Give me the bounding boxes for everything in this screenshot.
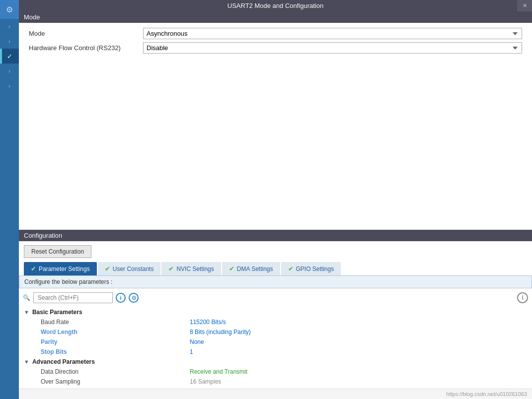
group-toggle-basic[interactable]: ▼ — [24, 309, 29, 315]
group-label-basic: Basic Parameters — [32, 309, 82, 316]
param-name-stop-bits: Stop Bits — [41, 348, 190, 355]
sidebar-item-5[interactable]: › — [0, 78, 19, 93]
tab-label-2: User Constants — [113, 266, 154, 272]
group-advanced-parameters: ▼ Advanced Parameters — [19, 357, 532, 367]
tab-check-2: ✔ — [105, 265, 110, 272]
config-section-header: Configuration — [19, 230, 532, 241]
group-toggle-advanced[interactable]: ▼ — [24, 359, 29, 365]
param-name-baud-rate: Baud Rate — [41, 319, 190, 326]
info-circle-right[interactable]: ⊙ — [129, 293, 139, 303]
search-bar: 🔍 i ⊙ i — [19, 290, 532, 305]
close-button[interactable]: ✕ — [517, 0, 532, 11]
sidebar-item-3[interactable]: ✓ — [0, 49, 19, 64]
tab-gpio-settings[interactable]: ✔ GPIO Settings — [281, 262, 341, 275]
tab-label-3: NVIC Settings — [176, 266, 214, 272]
info-button[interactable]: i — [517, 292, 528, 303]
tab-label-4: DMA Settings — [237, 266, 273, 272]
tab-label-1: Parameter Settings — [39, 266, 90, 272]
tab-parameter-settings[interactable]: ✔ Parameter Settings — [24, 262, 97, 275]
param-word-length: Word Length 8 Bits (including Parity) — [19, 327, 532, 337]
gear-icon[interactable]: ⚙ — [0, 0, 19, 19]
sidebar-item-1[interactable]: › — [0, 19, 19, 34]
mode-section-header: Mode — [19, 11, 532, 23]
mode-label: Mode — [29, 30, 143, 37]
arrow-icon-4: › — [8, 68, 10, 74]
main-content: USART2 Mode and Configuration ✕ Mode Mod… — [19, 0, 532, 399]
tab-check-4: ✔ — [229, 265, 234, 272]
sidebar-item-2[interactable]: › — [0, 34, 19, 49]
tab-label-5: GPIO Settings — [296, 266, 334, 272]
arrow-icon-2: › — [8, 38, 10, 44]
title-bar: USART2 Mode and Configuration ✕ — [19, 0, 532, 11]
hw-flow-row: Hardware Flow Control (RS232) Disable — [29, 42, 522, 54]
param-value-over-sampling: 16 Samples — [190, 378, 221, 385]
active-bar — [0, 49, 2, 64]
group-basic-parameters: ▼ Basic Parameters — [19, 307, 532, 317]
tab-nvic-settings[interactable]: ✔ NVIC Settings — [161, 262, 221, 275]
param-name-word-length: Word Length — [41, 329, 190, 335]
sidebar: ⚙ › › ✓ › › — [0, 0, 19, 399]
param-baud-rate: Baud Rate 115200 Bits/s — [19, 317, 532, 327]
param-value-data-direction: Receive and Transmit — [190, 368, 247, 375]
param-value-parity: None — [190, 338, 204, 345]
tab-bar: ✔ Parameter Settings ✔ User Constants ✔ … — [19, 262, 532, 275]
info-circle-left[interactable]: i — [116, 293, 126, 303]
param-value-stop-bits: 1 — [190, 348, 193, 355]
mode-spacer — [19, 62, 532, 230]
param-stop-bits: Stop Bits 1 — [19, 347, 532, 357]
sidebar-item-4[interactable]: › — [0, 64, 19, 78]
tab-check-1: ✔ — [31, 265, 36, 272]
mode-row: Mode Asynchronous — [29, 28, 522, 39]
reset-config-button[interactable]: Reset Configuration — [24, 245, 91, 258]
param-name-over-sampling: Over Sampling — [41, 378, 190, 385]
check-icon: ✓ — [7, 53, 12, 60]
tab-check-5: ✔ — [288, 265, 294, 272]
arrow-icon-1: › — [8, 23, 10, 29]
bottom-bar: https://blog.csdn.net/u010261063 — [19, 389, 532, 399]
arrow-icon-5: › — [8, 83, 10, 89]
configure-text: Configure the below parameters : — [24, 278, 112, 285]
configure-bar: Configure the below parameters : — [19, 275, 532, 288]
hw-flow-select[interactable]: Disable — [143, 42, 522, 54]
hw-flow-label: Hardware Flow Control (RS232) — [29, 44, 143, 52]
param-over-sampling: Over Sampling 16 Samples — [19, 377, 532, 387]
search-icon: 🔍 — [23, 294, 30, 301]
param-name-parity: Parity — [41, 338, 190, 345]
mode-select[interactable]: Asynchronous — [143, 28, 522, 39]
params-area: ▼ Basic Parameters Baud Rate 115200 Bits… — [19, 305, 532, 389]
param-value-word-length: 8 Bits (including Parity) — [190, 329, 251, 335]
group-label-advanced: Advanced Parameters — [32, 358, 95, 365]
search-input[interactable] — [33, 292, 113, 303]
tab-user-constants[interactable]: ✔ User Constants — [98, 262, 161, 275]
config-section: Reset Configuration ✔ Parameter Settings… — [19, 241, 532, 389]
param-parity: Parity None — [19, 337, 532, 347]
page-title: USART2 Mode and Configuration — [228, 2, 323, 9]
tab-dma-settings[interactable]: ✔ DMA Settings — [222, 262, 280, 275]
tab-check-3: ✔ — [168, 265, 174, 272]
bottom-url: https://blog.csdn.net/u010261063 — [446, 391, 527, 397]
param-data-direction: Data Direction Receive and Transmit — [19, 367, 532, 377]
param-value-baud-rate: 115200 Bits/s — [190, 319, 226, 326]
param-name-data-direction: Data Direction — [41, 368, 190, 375]
mode-section: Mode Asynchronous Hardware Flow Control … — [19, 23, 532, 62]
